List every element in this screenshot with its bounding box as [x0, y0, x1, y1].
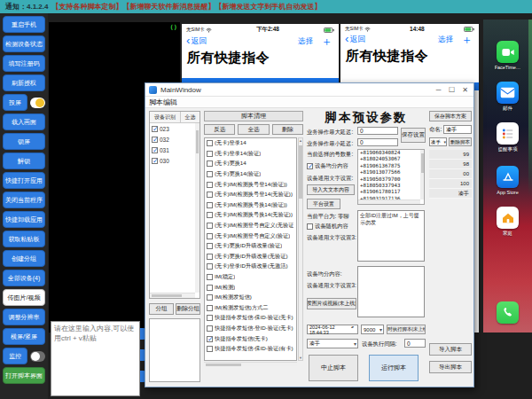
device-scrollbar-vertical[interactable]	[195, 123, 200, 293]
random-content-checkbox[interactable]: 设备随机内容	[307, 223, 348, 231]
script-checkbox[interactable]	[207, 294, 213, 301]
sidebar-button[interactable]: 传图片/视频	[3, 289, 45, 306]
select-button[interactable]: 选择	[438, 35, 453, 45]
script-item[interactable]: (无卡)登录14	[205, 138, 296, 149]
back-button[interactable]: 返回	[186, 35, 207, 47]
import-script-button[interactable]: 导入脚本	[429, 343, 472, 356]
sidebar-button-label[interactable]: 关闭当前程序	[3, 192, 45, 208]
app-phone[interactable]	[483, 301, 532, 325]
sidebar-button[interactable]: 获取粘贴板	[3, 231, 45, 247]
device-checkbox[interactable]	[152, 126, 158, 132]
select-button[interactable]: 选择	[298, 36, 313, 47]
select-all-button[interactable]: 全选	[238, 124, 269, 135]
sidebar-button[interactable]: 快捷卸载应用	[3, 211, 45, 228]
script-item[interactable]: (无卡)IM(检测换号登14(验证))	[205, 179, 296, 190]
device-checkbox[interactable]	[152, 137, 158, 143]
plan-list-item[interactable]: 00	[429, 169, 472, 179]
script-item[interactable]: IM(检测发短信)	[205, 293, 296, 303]
common-text-area[interactable]: 全部ID注册过IM，上号提示勿发	[357, 210, 425, 262]
toggle-switch[interactable]	[30, 351, 45, 362]
script-item[interactable]: IM(检测)	[205, 282, 296, 293]
paste-input[interactable]	[51, 321, 140, 396]
export-script-button[interactable]: 导出脚本	[429, 361, 472, 373]
script-checkbox[interactable]	[207, 192, 213, 198]
script-item[interactable]: (无卡)登录14(验证)	[205, 149, 296, 160]
add-shortcut-button[interactable]: ＋	[461, 35, 473, 44]
script-item[interactable]: (无卡)登录ID升级改量(无激活)	[205, 262, 296, 272]
sidebar-button[interactable]: 调整分辨率	[3, 309, 45, 325]
sidebar-button[interactable]: 关闭当前程序	[3, 192, 45, 208]
sidebar-button-label[interactable]: 监控	[3, 348, 27, 364]
app-appstore[interactable]: App Store	[483, 166, 532, 195]
script-item[interactable]: (无卡)更换ID升级改量(验证)	[205, 241, 296, 252]
run-script-button[interactable]: 运行脚本	[369, 355, 419, 381]
script-checkbox[interactable]	[207, 243, 213, 249]
sidebar-button[interactable]: 创建分组	[3, 250, 45, 267]
plan-list-item[interactable]: 99	[429, 150, 472, 160]
script-item[interactable]: (无卡)IM(检测换号换14(无验证))	[205, 210, 296, 221]
script-item[interactable]: 快捷指令发短信-保ID-验证(无卡)	[205, 313, 296, 324]
invert-select-button[interactable]: 反选	[204, 124, 235, 135]
script-checkbox[interactable]	[207, 202, 213, 208]
datetime-input[interactable]: 2024-06-12 18:44:33	[307, 325, 358, 334]
script-checkbox[interactable]	[207, 325, 213, 332]
sidebar-button[interactable]: 重启手机	[3, 16, 45, 33]
timer-run-button[interactable]: 定时执行脚本(未上线)	[387, 325, 426, 334]
script-item[interactable]: (无卡)IM(检测换号换14(验证))	[205, 200, 296, 211]
script-item[interactable]: 快捷指令发短信(无卡)	[205, 333, 296, 344]
device-row[interactable]: 023	[150, 123, 200, 134]
sidebar-button-label[interactable]: 打开脚本界面	[3, 367, 45, 384]
sidebar-button[interactable]: 投屏	[3, 94, 45, 111]
device-row[interactable]: 030	[150, 155, 200, 166]
script-item[interactable]: 快捷指令发短信-保ID-验证(有卡)	[205, 344, 296, 355]
script-checkbox[interactable]	[207, 140, 213, 146]
send-media-button[interactable]: 发图片或视频(未上线)	[307, 298, 356, 309]
plan-dropdown[interactable]: 凑手	[429, 137, 447, 146]
script-checkbox[interactable]	[207, 346, 213, 352]
sidebar-button-label[interactable]: 调整分辨率	[3, 309, 45, 325]
import-bigtext-button[interactable]: 导入大文本内容	[307, 184, 355, 195]
sidebar-button[interactable]: 解锁	[3, 153, 45, 169]
save-settings-button[interactable]: 保存设置	[401, 128, 426, 143]
max-delay-input[interactable]: 0	[357, 127, 398, 135]
sidebar-button-label[interactable]: 锁屏	[3, 133, 45, 150]
script-item[interactable]: (无卡)IM(检测登号自定义(验证)	[205, 231, 296, 241]
close-icon[interactable]	[458, 86, 472, 94]
device-checkbox[interactable]	[152, 147, 158, 153]
sidebar-button[interactable]: 快捷打开应用	[3, 172, 45, 189]
sidebar-button-label[interactable]: 快捷打开应用	[3, 172, 45, 189]
group-list[interactable]	[149, 318, 200, 382]
sidebar-button-label[interactable]: 解锁	[3, 153, 45, 169]
toggle-switch[interactable]	[30, 98, 45, 108]
back-button[interactable]: 返回	[345, 34, 365, 45]
sidebar-button-label[interactable]: 快捷卸载应用	[3, 211, 45, 228]
stop-script-button[interactable]: 中止脚本	[309, 355, 358, 381]
script-item[interactable]: IM(稳定)	[205, 272, 296, 283]
sidebar-button-label[interactable]: 投屏	[3, 94, 27, 111]
sidebar-button[interactable]: 锁屏	[3, 133, 45, 150]
sidebar-button[interactable]: 载入画面	[3, 113, 45, 130]
sidebar-button[interactable]: 横屏/竖屏	[3, 328, 45, 345]
sidebar-button-label[interactable]: 载入画面	[3, 113, 45, 130]
script-checkbox[interactable]	[207, 212, 213, 218]
script-checkbox[interactable]	[207, 223, 213, 229]
script-item[interactable]: (无卡)IM(检测登号自定义(无验证	[205, 221, 296, 231]
device-row[interactable]: 031	[150, 145, 200, 155]
script-checkbox[interactable]	[207, 233, 213, 239]
sidebar-button[interactable]: 检测设备状态	[3, 35, 45, 52]
add-shortcut-button[interactable]: ＋	[321, 37, 332, 46]
device-table-header[interactable]: 设备识别 全选	[150, 112, 200, 123]
script-scrollbar-horizontal[interactable]	[204, 362, 297, 366]
app-home[interactable]: 家庭	[483, 207, 532, 237]
sidebar-button[interactable]: 打开脚本界面	[3, 367, 45, 384]
script-checkbox[interactable]	[207, 285, 213, 291]
delete-plan-button[interactable]: 删除脚本	[449, 137, 472, 146]
sidebar-button[interactable]: 填写注册码	[3, 55, 45, 72]
script-checkbox[interactable]	[207, 315, 213, 321]
delete-button[interactable]: 删除	[272, 124, 303, 135]
maximize-icon[interactable]	[445, 86, 458, 94]
sidebar-button[interactable]: 刷新授权	[3, 74, 45, 91]
sidebar-button-label[interactable]: 创建分组	[3, 250, 45, 267]
sidebar-button-label[interactable]: 获取粘贴板	[3, 231, 45, 247]
sidebar-button-label[interactable]: 横屏/竖屏	[3, 328, 45, 345]
